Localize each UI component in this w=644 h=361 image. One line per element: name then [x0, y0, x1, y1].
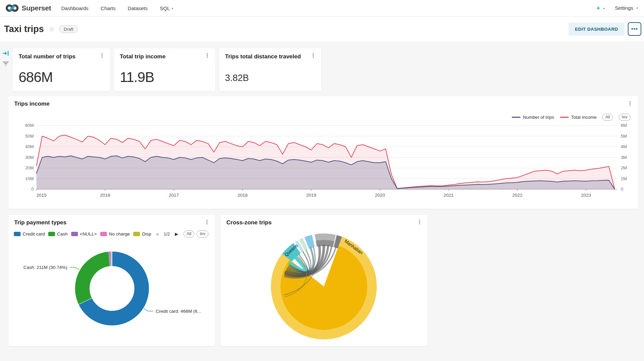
svg-text:3M: 3M — [621, 155, 627, 160]
legend-label: No charge — [109, 231, 130, 237]
legend-label: Number of trips — [523, 115, 554, 120]
top-nav: Superset DashboardsChartsDatasetsSQL▾ + … — [0, 0, 644, 17]
plus-icon: + — [596, 4, 600, 11]
add-new-button[interactable]: + ▾ — [596, 4, 605, 12]
svg-text:1M: 1M — [621, 176, 627, 181]
svg-text:2022: 2022 — [512, 193, 522, 198]
legend-label: Cash — [57, 231, 68, 237]
svg-text:2019: 2019 — [306, 193, 316, 198]
chart-title: Trips income — [14, 101, 50, 107]
kpi-value: 686M — [19, 69, 53, 85]
legend-swatch — [100, 232, 107, 236]
svg-text:40M: 40M — [25, 144, 34, 149]
svg-text:10M: 10M — [25, 176, 34, 181]
legend-item[interactable]: Credit card — [14, 231, 45, 237]
chevron-down-icon: ▾ — [172, 7, 173, 10]
svg-text:4M: 4M — [621, 144, 627, 149]
callout-leader-line — [144, 309, 153, 311]
payment-types-card: Trip payment types ⋮ Credit cardCash<NUL… — [8, 215, 215, 346]
kpi-value: 11.9B — [120, 69, 154, 85]
legend-swatch — [48, 232, 55, 236]
settings-menu[interactable]: Settings ▾ — [615, 5, 638, 11]
svg-text:2023: 2023 — [581, 193, 591, 198]
legend-swatch — [14, 232, 21, 236]
chevron-down-icon: ▾ — [603, 7, 605, 10]
legend-all-button[interactable]: All — [184, 230, 194, 238]
legend-item[interactable]: Cash — [48, 231, 68, 237]
legend-line-swatch — [512, 117, 521, 118]
legend-item-number-of-trips[interactable]: Number of trips — [512, 115, 554, 120]
page-title: Taxi trips — [4, 24, 44, 34]
svg-text:0: 0 — [31, 187, 34, 192]
legend-line-swatch — [560, 117, 569, 118]
kebab-menu-icon[interactable]: ⋮ — [417, 219, 422, 225]
cross-zone-card: Cross-zone trips ⋮ QueensManhattan — [221, 215, 427, 346]
legend-item[interactable]: Disp — [133, 231, 151, 237]
pie-slice-disp — [112, 251, 112, 266]
legend-inv-button[interactable]: Inv — [197, 230, 208, 238]
pie-legend: Credit cardCash<NULL>No chargeDisp◀1/2▶A… — [14, 230, 211, 238]
kebab-menu-icon[interactable]: ⋮ — [204, 53, 210, 58]
superset-infinity-icon — [5, 4, 19, 12]
kpi-title: Total trip income — [120, 53, 168, 61]
legend-label: Credit card — [23, 231, 45, 237]
legend-next-page-arrow[interactable]: ▶ — [175, 231, 178, 237]
trips-income-chart[interactable]: 60M6M50M5M40M4M30M3M20M2M10M1M0020152016… — [8, 120, 638, 202]
svg-text:60M: 60M — [25, 123, 34, 128]
trips-income-card: Trips income ⋮ Number of trips Total inc… — [8, 96, 638, 209]
svg-text:6M: 6M — [621, 123, 627, 128]
legend-prev-page-arrow[interactable]: ◀ — [155, 231, 159, 237]
svg-text:2015: 2015 — [36, 193, 47, 198]
superset-logo[interactable]: Superset — [5, 4, 51, 12]
nav-link-datasets[interactable]: Datasets — [128, 5, 148, 11]
nav-link-sql[interactable]: SQL▾ — [160, 5, 173, 11]
svg-text:2017: 2017 — [169, 193, 179, 198]
payment-types-donut-chart[interactable]: Cash: 211M (30.74%)Credit card: 466M (6.… — [8, 245, 215, 346]
pie-callout-label: Cash: 211M (30.74%) — [23, 265, 67, 270]
brand-name: Superset — [22, 4, 51, 12]
kebab-menu-icon[interactable]: ⋮ — [99, 53, 105, 58]
svg-text:2M: 2M — [621, 165, 627, 170]
svg-text:2016: 2016 — [100, 193, 110, 198]
edit-dashboard-button[interactable]: EDIT DASHBOARD — [568, 23, 624, 36]
pie-callout-label: Credit card: 466M (6... — [156, 309, 201, 314]
nav-links: DashboardsChartsDatasetsSQL▾ — [61, 5, 173, 11]
filter-funnel-icon[interactable] — [2, 60, 9, 67]
svg-text:2021: 2021 — [444, 193, 454, 198]
more-options-button[interactable]: ••• — [628, 22, 641, 36]
chart-title: Trip payment types — [14, 219, 66, 226]
expand-filter-bar-icon[interactable] — [2, 50, 9, 57]
legend-label: <NULL> — [80, 231, 97, 237]
kebab-menu-icon[interactable]: ⋮ — [310, 53, 316, 58]
svg-text:5M: 5M — [621, 134, 627, 139]
kpi-title: Trips total distance traveled — [225, 53, 304, 61]
dashboard-header: Taxi trips ☆ Draft EDIT DASHBOARD ••• — [0, 17, 644, 41]
kebab-menu-icon[interactable]: ⋮ — [204, 219, 210, 225]
kpi-card: Total trip income ⋮ 11.9B — [114, 48, 215, 91]
chart-title: Cross-zone trips — [226, 219, 272, 226]
pie-slice-cash — [75, 251, 110, 304]
legend-item-total-income[interactable]: Total income — [560, 115, 597, 120]
callout-leader-line — [70, 267, 79, 270]
cross-zone-chord-chart[interactable]: QueensManhattan — [221, 226, 427, 346]
settings-label: Settings — [615, 5, 633, 11]
legend-swatch — [71, 232, 78, 236]
kebab-menu-icon[interactable]: ⋮ — [627, 101, 633, 106]
legend-item[interactable]: No charge — [100, 231, 130, 237]
nav-link-dashboards[interactable]: Dashboards — [61, 5, 88, 11]
draft-status-badge: Draft — [59, 25, 78, 33]
svg-text:0: 0 — [621, 187, 623, 192]
kpi-value: 3.82B — [225, 73, 249, 83]
svg-text:2020: 2020 — [375, 193, 385, 198]
nav-link-charts[interactable]: Charts — [101, 5, 115, 11]
legend-item[interactable]: <NULL> — [71, 231, 97, 237]
legend-label: Total income — [571, 115, 597, 120]
favorite-star-icon[interactable]: ☆ — [49, 25, 55, 33]
legend-page-indicator: 1/2 — [164, 231, 170, 237]
kpi-card: Total number of trips ⋮ 686M — [13, 48, 110, 91]
legend-swatch — [133, 232, 140, 236]
svg-text:50M: 50M — [25, 134, 34, 139]
nav-right: + ▾ Settings ▾ — [596, 4, 638, 12]
chevron-down-icon: ▾ — [636, 6, 638, 10]
svg-text:30M: 30M — [25, 155, 34, 160]
